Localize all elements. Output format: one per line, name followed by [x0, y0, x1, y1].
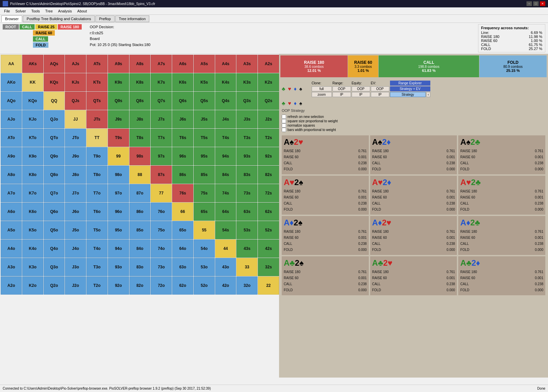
matrix-cell[interactable]: A2o	[1, 276, 22, 295]
matrix-cell[interactable]: KTo	[22, 129, 43, 147]
combo-card[interactable]: A♦2♥ RAISE 1800.761 RAISE 600.001 CALL0.…	[370, 216, 457, 255]
matrix-cell[interactable]: 84s	[215, 166, 236, 184]
matrix-cell[interactable]: T3o	[86, 258, 108, 276]
btn-raise25[interactable]: RAISE 25	[35, 24, 57, 30]
combo-card[interactable]: A♠2♣ RAISE 1800.761 RAISE 600.001 CALL0.…	[458, 135, 545, 174]
tab-tree-info[interactable]: Tree information	[115, 15, 150, 22]
matrix-cell[interactable]: J7o	[65, 184, 86, 202]
action-bar-raise180[interactable]: RAISE 180 38.6 combos 12.01 %	[280, 55, 348, 77]
matrix-cell[interactable]: T8o	[86, 166, 108, 184]
ip-btn-equity[interactable]: IP	[352, 92, 370, 97]
matrix-cell[interactable]: T5s	[194, 129, 215, 147]
matrix-cell[interactable]: AA	[1, 55, 22, 73]
full-btn[interactable]: full	[312, 86, 332, 91]
matrix-cell[interactable]: Q6o	[44, 203, 65, 221]
matrix-cell[interactable]: 74o	[151, 239, 172, 258]
matrix-cell[interactable]: 86s	[172, 166, 193, 184]
matrix-cell[interactable]: QJs	[65, 92, 86, 110]
matrix-cell[interactable]: T8s	[129, 129, 151, 147]
oop-btn-ev[interactable]: OOP	[371, 86, 389, 91]
matrix-cell[interactable]: K5o	[22, 221, 43, 239]
matrix-cell[interactable]: K3s	[236, 73, 258, 91]
matrix-cell[interactable]: JTo	[65, 129, 86, 147]
btn-call2[interactable]: CALL	[33, 36, 48, 42]
matrix-cell[interactable]: 65s	[194, 203, 215, 221]
combo-card[interactable]: A♣2♠ RAISE 1800.761 RAISE 600.001 CALL0.…	[282, 256, 369, 295]
matrix-cell[interactable]: T9o	[86, 147, 108, 165]
matrix-cell[interactable]: 63s	[236, 203, 258, 221]
suit-spade-1[interactable]: ♠	[299, 86, 302, 92]
matrix-cell[interactable]: 85s	[194, 166, 215, 184]
btn-call[interactable]: CALL	[19, 24, 35, 30]
matrix-cell[interactable]: K6o	[22, 203, 43, 221]
combo-card[interactable]: A♠2♦ RAISE 1800.761 RAISE 600.001 CALL0.…	[370, 135, 457, 174]
matrix-cell[interactable]: A2s	[258, 55, 279, 73]
tab-preflop[interactable]: Preflop	[95, 15, 115, 22]
matrix-cell[interactable]: Q5s	[194, 92, 215, 110]
matrix-cell[interactable]: A9o	[1, 147, 22, 165]
matrix-cell[interactable]: A3s	[236, 55, 258, 73]
combo-card[interactable]: A♦2♣ RAISE 1800.761 RAISE 600.001 CALL0.…	[458, 216, 545, 255]
matrix-cell[interactable]: 44	[215, 239, 236, 258]
suit-club-1[interactable]: ♣	[282, 86, 285, 92]
suit-diamond-1[interactable]: ♦	[294, 86, 297, 92]
matrix-cell[interactable]: T4s	[215, 129, 236, 147]
matrix-cell[interactable]: 87s	[151, 166, 172, 184]
matrix-cell[interactable]: Q3s	[236, 92, 258, 110]
matrix-cell[interactable]: KTs	[86, 73, 108, 91]
matrix-cell[interactable]: 74s	[215, 184, 236, 202]
suit-spade-2[interactable]: ♠	[299, 100, 302, 106]
matrix-cell[interactable]: AJs	[65, 55, 86, 73]
ip-btn-range[interactable]: IP	[332, 92, 351, 97]
matrix-cell[interactable]: AQo	[1, 92, 22, 110]
matrix-cell[interactable]: A9s	[108, 55, 129, 73]
matrix-cell[interactable]: 54s	[215, 221, 236, 239]
combo-card[interactable]: A♥2♣ RAISE 1800.761 RAISE 600.001 CALL0.…	[458, 176, 545, 215]
tab-browser[interactable]: Browser	[1, 15, 22, 22]
matrix-cell[interactable]: Q4o	[44, 239, 65, 258]
matrix-cell[interactable]: 94s	[215, 147, 236, 165]
matrix-cell[interactable]: T6s	[172, 129, 193, 147]
matrix-cell[interactable]: J8s	[129, 110, 151, 128]
matrix-cell[interactable]: K7s	[151, 73, 172, 91]
matrix-cell[interactable]: K4s	[215, 73, 236, 91]
action-bar-raise60[interactable]: RAISE 60 3.3 combos 1.01 %	[348, 55, 378, 77]
matrix-cell[interactable]: A5s	[194, 55, 215, 73]
cb-bars-width[interactable]	[282, 128, 286, 132]
matrix-cell[interactable]: KK	[22, 73, 43, 91]
matrix-cell[interactable]: JTs	[86, 110, 108, 128]
matrix-cell[interactable]: A7o	[1, 184, 22, 202]
matrix-cell[interactable]: 76s	[172, 184, 193, 202]
matrix-cell[interactable]: KQo	[22, 92, 43, 110]
matrix-cell[interactable]: KQs	[44, 73, 65, 91]
matrix-cell[interactable]: 63o	[172, 258, 193, 276]
matrix-cell[interactable]: K5s	[194, 73, 215, 91]
matrix-cell[interactable]: 86o	[129, 203, 151, 221]
matrix-cell[interactable]: 32s	[258, 258, 279, 276]
matrix-cell[interactable]: T5o	[86, 221, 108, 239]
matrix-cell[interactable]: 87o	[129, 184, 151, 202]
matrix-cell[interactable]: J8o	[65, 166, 86, 184]
combo-card[interactable]: A♠2♥ RAISE 1800.761 RAISE 600.001 CALL0.…	[282, 135, 369, 174]
cb-square-size[interactable]	[282, 119, 286, 123]
matrix-cell[interactable]: 62s	[258, 203, 279, 221]
matrix-cell[interactable]: J3s	[236, 110, 258, 128]
combo-card[interactable]: A♥2♠ RAISE 1800.761 RAISE 600.001 CALL0.…	[282, 176, 369, 215]
matrix-cell[interactable]: K3o	[22, 258, 43, 276]
matrix-cell[interactable]: 42o	[215, 276, 236, 295]
matrix-cell[interactable]: J2s	[258, 110, 279, 128]
matrix-cell[interactable]: 92s	[258, 147, 279, 165]
matrix-cell[interactable]: 88	[129, 166, 151, 184]
suit-heart-2[interactable]: ♥	[288, 100, 291, 106]
matrix-cell[interactable]: 73s	[236, 184, 258, 202]
matrix-cell[interactable]: ATo	[1, 129, 22, 147]
matrix-cell[interactable]: T6o	[86, 203, 108, 221]
matrix-cell[interactable]: J2o	[65, 276, 86, 295]
cb-refresh[interactable]	[282, 115, 286, 119]
matrix-cell[interactable]: 54o	[194, 239, 215, 258]
matrix-cell[interactable]: QTs	[86, 92, 108, 110]
matrix-cell[interactable]: Q9o	[44, 147, 65, 165]
strategy-ev-btn[interactable]: Strategy + EV	[390, 86, 430, 91]
matrix-cell[interactable]: 92o	[108, 276, 129, 295]
strategy-btn[interactable]: Strategy	[390, 92, 426, 97]
